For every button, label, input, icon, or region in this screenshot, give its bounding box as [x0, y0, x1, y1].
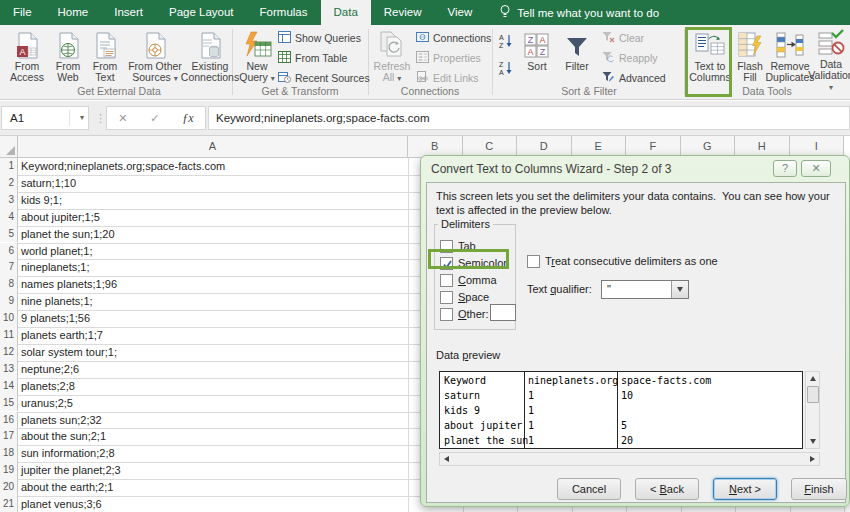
- row-header-5[interactable]: 5: [0, 226, 18, 243]
- row-header-6[interactable]: 6: [0, 243, 18, 260]
- row-header-17[interactable]: 17: [0, 428, 18, 445]
- existing-connections-button[interactable]: Existing Connections: [188, 27, 232, 93]
- cell-A21[interactable]: planet venus;3;6: [21, 496, 102, 512]
- from-web-button[interactable]: From Web: [50, 27, 86, 93]
- refresh-all-button[interactable]: Refresh All ▾: [372, 27, 412, 93]
- sort-za-button[interactable]: ZA: [498, 60, 513, 79]
- preview-vertical-scrollbar[interactable]: [805, 371, 820, 449]
- column-header-A[interactable]: A: [18, 136, 408, 158]
- preview-horizontal-scrollbar[interactable]: [439, 452, 820, 466]
- cell-A10[interactable]: 9 planets;1;56: [21, 310, 90, 327]
- row-header-12[interactable]: 12: [0, 344, 18, 361]
- reapply-button[interactable]: Reapply: [602, 50, 666, 65]
- treat-consecutive-row[interactable]: Treat consecutive delimiters as one: [527, 254, 718, 268]
- other-delimiter-input[interactable]: [490, 304, 516, 321]
- show-queries-button[interactable]: Show Queries: [278, 30, 370, 45]
- row-header-15[interactable]: 15: [0, 395, 18, 412]
- row-header-20[interactable]: 20: [0, 479, 18, 496]
- sort-button[interactable]: ZAAZ Sort: [519, 27, 555, 93]
- cell-A12[interactable]: solar system tour;1;: [21, 344, 117, 361]
- dialog-close-button[interactable]: ✕: [801, 160, 831, 177]
- row-header-11[interactable]: 11: [0, 327, 18, 344]
- row-header-1[interactable]: 1: [0, 158, 18, 175]
- connections-button[interactable]: Connections: [416, 30, 491, 45]
- cell-A18[interactable]: sun information;2;8: [21, 445, 115, 462]
- cancel-formula-icon[interactable]: ✕: [118, 112, 127, 125]
- cell-A6[interactable]: world planet;1;: [21, 243, 93, 260]
- row-header-16[interactable]: 16: [0, 412, 18, 429]
- row-header-9[interactable]: 9: [0, 293, 18, 310]
- clear-button[interactable]: Clear: [602, 30, 666, 45]
- row-header-4[interactable]: 4: [0, 209, 18, 226]
- from-text-button[interactable]: From Text: [88, 27, 122, 93]
- row-header-10[interactable]: 10: [0, 310, 18, 327]
- scroll-left-button[interactable]: [440, 453, 453, 465]
- from-table-button[interactable]: From Table: [278, 50, 370, 65]
- tab-view[interactable]: View: [435, 0, 486, 25]
- cell-A3[interactable]: kids 9;1;: [21, 192, 62, 209]
- dialog-help-button[interactable]: ?: [773, 160, 797, 177]
- text-qualifier-dropdown[interactable]: ": [601, 280, 689, 299]
- cell-A8[interactable]: names planets;1;96: [21, 276, 117, 293]
- row-header-18[interactable]: 18: [0, 445, 18, 462]
- delimiter-row-other[interactable]: Other:: [440, 307, 489, 321]
- finish-button[interactable]: Finish: [791, 478, 847, 500]
- cell-A9[interactable]: nine planets;1;: [21, 293, 93, 310]
- cell-A14[interactable]: planets;2;8: [21, 378, 75, 395]
- delimiter-row-comma[interactable]: Comma: [440, 273, 497, 287]
- row-header-19[interactable]: 19: [0, 462, 18, 479]
- tab-home[interactable]: Home: [45, 0, 102, 25]
- cell-A4[interactable]: about jupiter;1;5: [21, 209, 100, 226]
- from-access-button[interactable]: A From Access: [6, 27, 48, 93]
- row-header-2[interactable]: 2: [0, 175, 18, 192]
- cell-A15[interactable]: uranus;2;5: [21, 395, 73, 412]
- sort-az-button[interactable]: AZ: [498, 33, 513, 52]
- cancel-button[interactable]: Cancel: [557, 478, 621, 500]
- treat-consecutive-checkbox[interactable]: [527, 255, 540, 268]
- scroll-right-button[interactable]: [806, 453, 819, 465]
- tab-review[interactable]: Review: [371, 0, 435, 25]
- cell-A7[interactable]: nineplanets;1;: [21, 259, 90, 276]
- remove-duplicates-button[interactable]: Remove Duplicates: [767, 27, 813, 93]
- enter-formula-icon[interactable]: ✓: [150, 112, 159, 125]
- row-header-8[interactable]: 8: [0, 276, 18, 293]
- tab-insert[interactable]: Insert: [101, 0, 156, 25]
- cell-A13[interactable]: neptune;2;6: [21, 361, 79, 378]
- scroll-up-button[interactable]: [806, 372, 819, 385]
- vertical-scroll-thumb[interactable]: [807, 386, 819, 403]
- cell-A5[interactable]: planet the sun;1;20: [21, 226, 115, 243]
- filter-button[interactable]: Filter: [557, 27, 597, 93]
- delimiter-checkbox-comma[interactable]: [440, 274, 453, 287]
- from-other-sources-button[interactable]: From Other Sources ▾: [124, 27, 186, 93]
- tab-page-layout[interactable]: Page Layout: [156, 0, 247, 25]
- select-all-corner[interactable]: [0, 136, 18, 158]
- delimiter-row-space[interactable]: Space: [440, 290, 489, 304]
- flash-fill-button[interactable]: Flash Fill: [733, 27, 767, 93]
- cell-A19[interactable]: jupiter the planet;2;3: [21, 462, 121, 479]
- name-box[interactable]: A1 ▾: [1, 106, 89, 130]
- cell-A16[interactable]: planets sun;2;32: [21, 412, 102, 429]
- cell-A1[interactable]: Keyword;nineplanets.org;space-facts.com: [21, 158, 225, 175]
- text-qualifier-dropdown-button[interactable]: [671, 281, 688, 298]
- name-box-dropdown-icon[interactable]: ▾: [80, 107, 84, 129]
- row-header-13[interactable]: 13: [0, 361, 18, 378]
- delimiter-checkbox-other[interactable]: [440, 308, 453, 321]
- next-button[interactable]: Next >: [713, 478, 777, 500]
- cell-A20[interactable]: about the earth;2;1: [21, 479, 113, 496]
- tab-data[interactable]: Data: [321, 0, 371, 25]
- properties-button[interactable]: Properties: [416, 50, 491, 65]
- data-validation-button[interactable]: Data Validation ▾: [813, 27, 849, 93]
- recent-sources-button[interactable]: Recent Sources: [278, 70, 370, 85]
- back-button[interactable]: < Back: [635, 478, 699, 500]
- new-query-button[interactable]: New Query ▾: [238, 27, 276, 93]
- tell-me-box[interactable]: Tell me what you want to do: [499, 0, 659, 25]
- row-header-3[interactable]: 3: [0, 192, 18, 209]
- cell-A17[interactable]: about the sun;2;1: [21, 428, 106, 445]
- advanced-button[interactable]: Advanced: [602, 70, 666, 85]
- delimiter-checkbox-space[interactable]: [440, 291, 453, 304]
- cell-A2[interactable]: saturn;1;10: [21, 175, 76, 192]
- scroll-down-button[interactable]: [806, 435, 819, 448]
- tab-file[interactable]: File: [0, 0, 45, 25]
- formula-input[interactable]: Keyword;nineplanets.org;space-facts.com: [208, 106, 850, 130]
- row-header-7[interactable]: 7: [0, 259, 18, 276]
